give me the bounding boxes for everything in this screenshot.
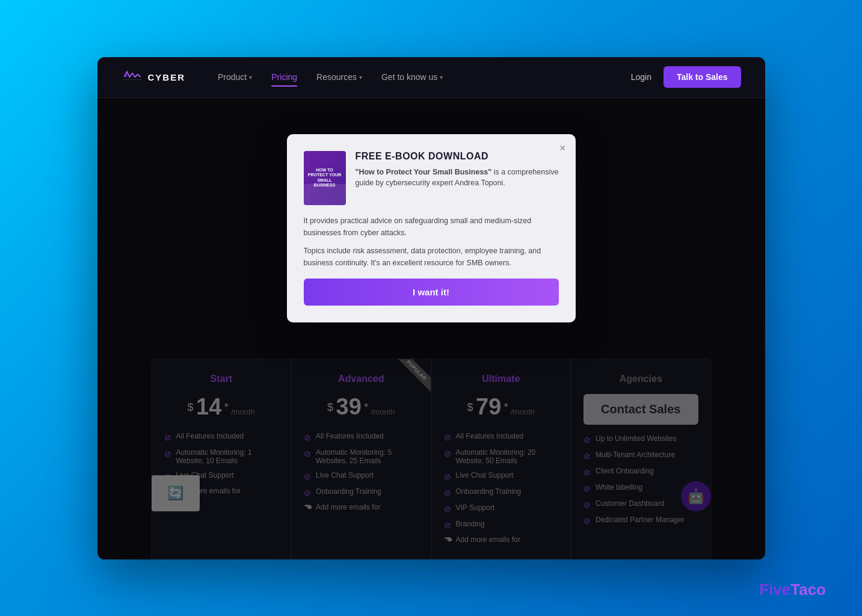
modal-header: HOW TO PROTECT YOUR SMALL BUSINESS FREE … [304,151,559,205]
fivetaco-label: FiveTaco [759,581,826,599]
ebook-cta-button[interactable]: I want it! [304,279,559,306]
nav-right: Login Talk to Sales [631,66,741,88]
nav-resources[interactable]: Resources ▾ [308,67,371,87]
talk-to-sales-button[interactable]: Talk to Sales [663,66,741,88]
fivetaco-brand: FiveTaco [759,581,826,599]
ebook-cover: HOW TO PROTECT YOUR SMALL BUSINESS [304,151,346,205]
svg-point-0 [124,74,127,77]
modal-body-2: Topics include risk assessment, data pro… [304,245,559,269]
modal-body-1: It provides practical advice on safeguar… [304,215,559,239]
modal-title-section: FREE E-BOOK DOWNLOAD "How to Protect You… [356,151,559,205]
ebook-modal: × HOW TO PROTECT YOUR SMALL BUSINESS FRE… [287,134,576,322]
modal-overlay: × HOW TO PROTECT YOUR SMALL BUSINESS FRE… [97,98,765,559]
modal-close-button[interactable]: × [559,143,566,153]
nav-product[interactable]: Product ▾ [209,67,260,87]
nav-get-to-know[interactable]: Get to know us ▾ [373,67,451,87]
resources-chevron-icon: ▾ [359,74,362,81]
nav-links: Product ▾ Pricing Resources ▾ Get to kno… [209,67,451,87]
brand-name: CYBER [148,72,186,82]
book-cover-text: HOW TO PROTECT YOUR SMALL BUSINESS [307,168,342,188]
get-to-know-chevron-icon: ▾ [440,74,443,81]
nav-logo[interactable]: CYBER [122,69,186,85]
modal-title: FREE E-BOOK DOWNLOAD [356,151,559,162]
nav-pricing[interactable]: Pricing [263,67,306,87]
product-chevron-icon: ▾ [249,74,252,81]
modal-desc: "How to Protect Your Small Business" is … [356,167,559,189]
book-name-emphasis: "How to Protect Your Small Business" [356,168,492,176]
navbar: CYBER Product ▾ Pricing Resources ▾ Get … [97,57,765,98]
login-button[interactable]: Login [631,72,651,82]
browser-window: CYBER Product ▾ Pricing Resources ▾ Get … [97,57,765,559]
page-body: Choo…r you Start $ 14 * /month ⊘ All Fea… [97,98,765,559]
